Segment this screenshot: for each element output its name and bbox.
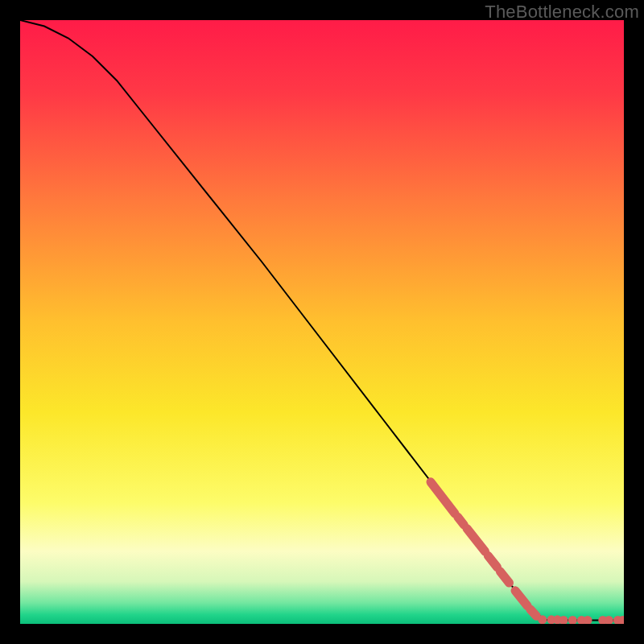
highlight-point xyxy=(538,615,547,624)
highlight-segment xyxy=(530,609,537,616)
chart-svg xyxy=(20,20,624,624)
highlight-points xyxy=(538,615,624,624)
chart-background xyxy=(20,20,624,624)
chart-plot-area xyxy=(20,20,624,624)
highlight-segment xyxy=(458,517,464,525)
watermark-text: TheBottleneck.com xyxy=(485,2,639,23)
